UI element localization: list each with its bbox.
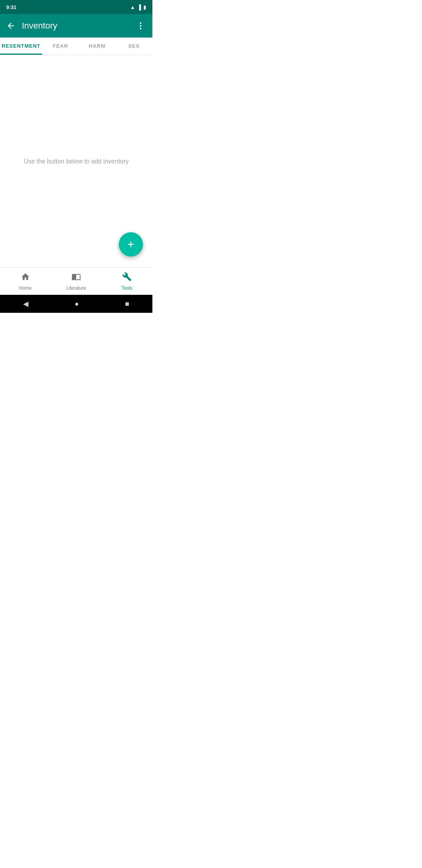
- tab-harm[interactable]: HARM: [79, 38, 116, 55]
- add-icon: +: [127, 239, 134, 250]
- nav-item-literature[interactable]: Literature: [51, 268, 102, 295]
- overflow-dot-3: [140, 28, 141, 29]
- tab-resentment[interactable]: RESENTMENT: [0, 38, 42, 55]
- system-home-button[interactable]: ●: [75, 300, 79, 308]
- nav-item-home[interactable]: Home: [0, 268, 51, 295]
- tab-bar: RESENTMENT FEAR HARM SEX: [0, 38, 152, 55]
- back-button[interactable]: [6, 21, 16, 30]
- system-back-button[interactable]: ◀: [23, 299, 29, 308]
- add-inventory-button[interactable]: +: [119, 232, 143, 256]
- nav-label-home: Home: [19, 285, 32, 291]
- empty-state-message: Use the button below to add inventory: [24, 158, 129, 165]
- nav-label-literature: Literature: [66, 285, 86, 291]
- app-bar-left: Inventory: [6, 21, 57, 31]
- status-icons: ▲ ▐ ▮: [130, 4, 146, 10]
- wifi-icon: ▲: [130, 4, 135, 10]
- tab-fear[interactable]: FEAR: [42, 38, 79, 55]
- home-icon: [21, 272, 30, 284]
- signal-icon: ▐: [138, 4, 141, 10]
- status-time: 9:31: [6, 4, 16, 10]
- tab-sex[interactable]: SEX: [116, 38, 152, 55]
- app-bar: Inventory: [0, 14, 152, 38]
- bottom-nav: Home Literature Tools: [0, 267, 152, 295]
- page-title: Inventory: [22, 21, 57, 31]
- tools-icon: [122, 272, 132, 284]
- main-content: Use the button below to add inventory +: [0, 55, 152, 267]
- nav-item-tools[interactable]: Tools: [102, 268, 152, 295]
- battery-icon: ▮: [143, 4, 146, 10]
- nav-label-tools: Tools: [122, 285, 132, 291]
- overflow-dot-1: [140, 22, 141, 24]
- overflow-menu-button[interactable]: [135, 20, 146, 31]
- literature-icon: [72, 272, 81, 284]
- system-nav-bar: ◀ ● ■: [0, 295, 152, 313]
- status-bar: 9:31 ▲ ▐ ▮: [0, 0, 152, 14]
- overflow-dot-2: [140, 25, 141, 27]
- system-recent-button[interactable]: ■: [125, 300, 129, 308]
